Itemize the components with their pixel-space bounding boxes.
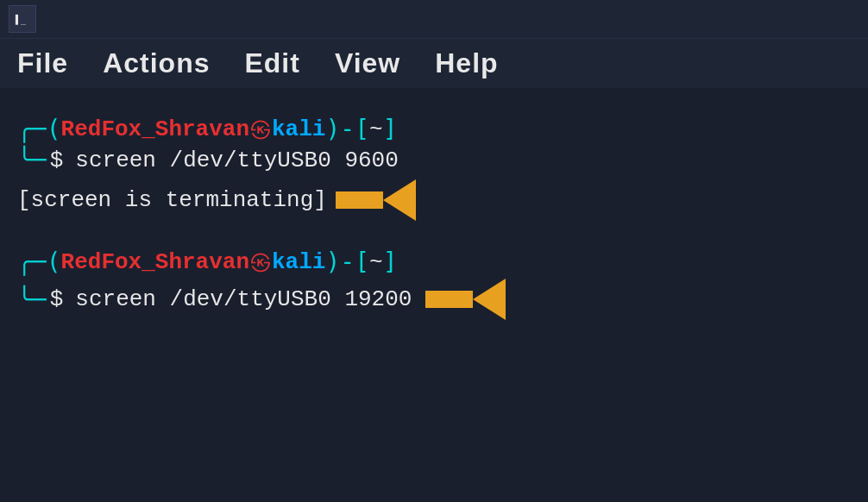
prompt-at-2: ㉿ xyxy=(249,247,272,277)
command-line-1: ╰─ $ screen /dev/ttyUSB0 9600 xyxy=(17,146,851,174)
dollar-2: $ xyxy=(50,286,64,312)
arrow-body-1 xyxy=(336,191,383,209)
terminal-icon: ▌_ xyxy=(9,5,36,33)
prompt-line-2: ╭─( RedFox_Shravan ㉿ kali )-[ ~ ] xyxy=(17,247,851,277)
terminal-block-1: ╭─( RedFox_Shravan ㉿ kali )-[ ~ ] ╰─ $ s… xyxy=(17,114,851,221)
dollar-1: $ xyxy=(50,147,64,173)
command-line-2: ╰─ $ screen /dev/ttyUSB0 19200 xyxy=(17,279,851,320)
prompt-host-2: kali xyxy=(272,249,325,275)
prompt-line-1: ╭─( RedFox_Shravan ㉿ kali )-[ ~ ] xyxy=(17,114,851,144)
title-bar: ▌_ xyxy=(0,0,868,39)
prompt-at-1: ㉿ xyxy=(249,114,272,144)
output-text-1: [screen is terminating] xyxy=(17,187,327,213)
terminal-block-2: ╭─( RedFox_Shravan ㉿ kali )-[ ~ ] ╰─ $ s… xyxy=(17,247,851,320)
prompt-bracket-close-2: )-[ xyxy=(325,248,369,276)
output-line-1: [screen is terminating] xyxy=(17,179,851,221)
corner-bracket-tl-2: ╭─( xyxy=(17,250,61,274)
prompt-tilde-1: ~ xyxy=(369,116,383,142)
arrow-head-2 xyxy=(473,279,506,320)
prompt-host-1: kali xyxy=(272,116,325,142)
command-text-1: screen /dev/ttyUSB0 9600 xyxy=(75,147,398,173)
arrow-body-2 xyxy=(425,291,473,308)
prompt-bracket-end-2: ] xyxy=(383,248,398,276)
command-text-2: screen /dev/ttyUSB0 19200 xyxy=(75,286,412,312)
prompt-user-1: RedFox_Shravan xyxy=(61,116,249,142)
prompt-bracket-end-1: ] xyxy=(383,115,398,143)
corner-bracket-bl-1: ╰─ xyxy=(17,146,47,174)
corner-bracket-tl-1: ╭─( xyxy=(17,117,61,141)
menu-actions[interactable]: Actions xyxy=(103,47,210,79)
prompt-bracket-close-1: )-[ xyxy=(325,115,369,143)
corner-bracket-bl-2: ╰─ xyxy=(17,286,47,314)
arrow-1 xyxy=(336,179,416,221)
menu-file[interactable]: File xyxy=(17,47,68,79)
svg-text:▌_: ▌_ xyxy=(15,14,27,25)
menu-view[interactable]: View xyxy=(335,47,400,79)
menu-bar: File Actions Edit View Help xyxy=(0,39,868,88)
prompt-tilde-2: ~ xyxy=(369,249,383,275)
prompt-user-2: RedFox_Shravan xyxy=(61,249,249,275)
menu-help[interactable]: Help xyxy=(435,47,498,79)
arrow-head-1 xyxy=(383,179,416,221)
terminal-content: ╭─( RedFox_Shravan ㉿ kali )-[ ~ ] ╰─ $ s… xyxy=(0,88,868,337)
menu-edit[interactable]: Edit xyxy=(244,47,299,79)
arrow-2 xyxy=(425,279,506,320)
